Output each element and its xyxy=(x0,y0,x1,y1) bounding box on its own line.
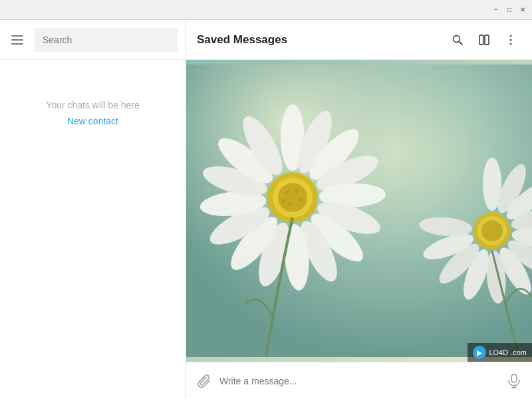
search-input[interactable] xyxy=(35,28,178,52)
sidebar-header xyxy=(0,20,186,60)
empty-chats-label: Your chats will be here xyxy=(46,100,139,110)
more-options-button[interactable] xyxy=(500,29,521,51)
main-header: Saved Messages xyxy=(186,20,532,60)
close-button[interactable]: ✕ xyxy=(517,5,528,15)
svg-rect-3 xyxy=(485,35,489,45)
watermark: ▶ LO4D .com xyxy=(467,343,532,362)
layout-icon-button[interactable] xyxy=(473,29,495,51)
app: Your chats will be here New contact Save… xyxy=(0,20,532,399)
message-input[interactable] xyxy=(219,376,499,386)
main-panel: Saved Messages xyxy=(186,20,532,399)
hamburger-line-3 xyxy=(11,43,23,45)
search-icon-button[interactable] xyxy=(447,29,468,51)
minimize-button[interactable]: − xyxy=(491,5,501,15)
svg-point-5 xyxy=(510,39,512,41)
mic-icon xyxy=(508,374,520,388)
maximize-button[interactable]: □ xyxy=(504,5,515,15)
watermark-suffix: .com xyxy=(511,348,527,356)
svg-point-6 xyxy=(510,43,512,45)
watermark-logo: ▶ xyxy=(473,346,486,359)
message-input-bar xyxy=(186,362,532,399)
chat-image-area: ▶ LO4D .com xyxy=(186,60,532,362)
attach-button[interactable] xyxy=(194,371,214,391)
svg-point-30 xyxy=(299,198,303,202)
search-icon xyxy=(452,34,464,46)
titlebar: − □ ✕ xyxy=(0,0,532,20)
svg-line-1 xyxy=(460,41,463,45)
svg-point-29 xyxy=(295,189,299,193)
sidebar: Your chats will be here New contact xyxy=(0,20,186,399)
background-image xyxy=(186,60,532,362)
hamburger-line-2 xyxy=(11,39,23,41)
svg-point-4 xyxy=(510,35,512,37)
more-icon xyxy=(505,34,517,46)
watermark-text: LO4D xyxy=(489,348,508,356)
svg-point-47 xyxy=(481,220,503,241)
svg-point-31 xyxy=(288,202,292,206)
mic-button[interactable] xyxy=(504,371,524,391)
svg-point-32 xyxy=(281,200,285,203)
hamburger-line-1 xyxy=(11,35,23,37)
hamburger-button[interactable] xyxy=(8,31,27,49)
page-title: Saved Messages xyxy=(197,33,442,47)
svg-point-27 xyxy=(278,183,307,212)
sidebar-content: Your chats will be here New contact xyxy=(0,60,186,399)
svg-point-28 xyxy=(285,190,289,194)
attach-icon xyxy=(197,374,211,388)
svg-rect-2 xyxy=(479,35,483,45)
svg-rect-48 xyxy=(511,374,517,382)
layout-icon xyxy=(478,34,490,46)
new-contact-link[interactable]: New contact xyxy=(67,116,118,126)
